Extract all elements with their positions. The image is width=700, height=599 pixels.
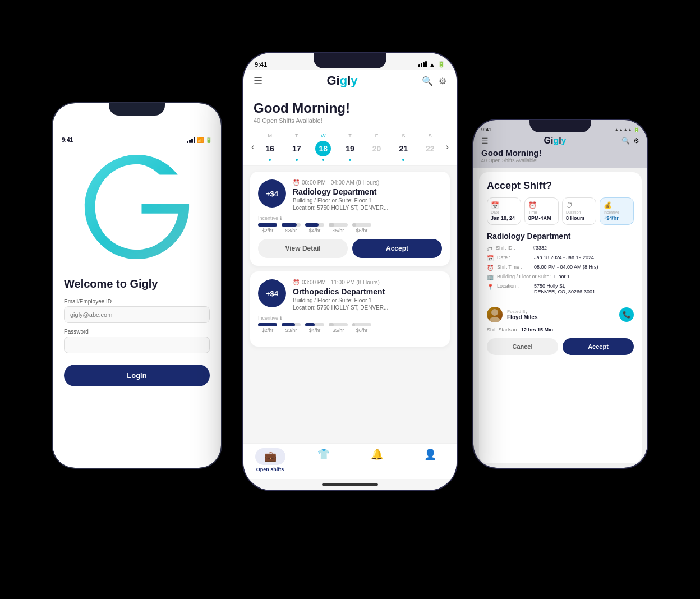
shift-badge-1: +$4 [258, 179, 286, 208]
info-card-time: ⏰ Time 8PM-4AM [524, 197, 559, 225]
nav-open-shifts[interactable]: 💼 Open shifts [243, 448, 297, 472]
cal-day-thu[interactable]: T 19 [342, 133, 358, 161]
app-header-mid: ☰ Gigly 🔍 ⚙ [243, 70, 457, 93]
posted-by-row: Posted By Floyd Miles 📞 [487, 302, 634, 322]
header-icons-mid: 🔍 ⚙ [422, 76, 446, 86]
login-title: Welcome to Gigly [64, 278, 210, 291]
search-icon-right[interactable]: 🔍 [621, 137, 630, 145]
gigly-logo-g [53, 145, 221, 269]
shift-dept-2: Orthopedics Department [293, 287, 442, 296]
status-bar-left: 9:41 📶 🔋 [53, 120, 221, 145]
battery-mid: 🔋 [438, 61, 445, 68]
greeting-section-mid: Good Morning! 40 Open Shifts Available! [243, 93, 457, 128]
home-indicator-mid [243, 479, 457, 490]
email-input[interactable] [64, 306, 210, 323]
detail-location: 📍 Location : 5750 Holly St,DENVER, CO, 8… [487, 283, 634, 294]
time-left: 9:41 [62, 137, 73, 143]
detail-date: 📅 Date : Jan 18 2024 - Jan 19 2024 [487, 255, 634, 261]
info-card-incentive: 💰 Incentive +$4/hr [600, 197, 634, 225]
accept-modal-buttons: Cancel Accept [487, 338, 634, 355]
shift-buttons-1: View Detail Accept [258, 239, 442, 258]
battery-right: 🔋 [634, 127, 639, 132]
shift-building-2: Building / Floor or Suite: Floor 1 [293, 297, 442, 303]
nav-notifications[interactable]: 🔔 [350, 448, 403, 472]
view-detail-button-1[interactable]: View Detail [258, 239, 348, 258]
svg-point-1 [489, 317, 500, 322]
accept-modal-title: Accept Shift? [487, 180, 634, 192]
svg-point-0 [491, 309, 498, 316]
cal-prev[interactable]: ‹ [249, 142, 256, 152]
battery-left: 🔋 [205, 137, 212, 143]
bottom-nav-mid: 💼 Open shifts 👕 🔔 👤 [243, 443, 457, 479]
shift-location-2: Location: 5750 HOLLY ST, DENVER... [293, 305, 442, 311]
cancel-modal-button[interactable]: Cancel [487, 338, 558, 355]
right-phone: 9:41 ▲▲▲▲ 🔋 ☰ Gigly 🔍 ⚙ [473, 120, 647, 468]
accept-info-cards: 📅 Date Jan 18, 24 ⏰ Time 8PM-4AM ⏱ Durat… [487, 197, 634, 225]
calendar-row: ‹ M 16 T 17 W [243, 128, 457, 166]
shift-starts: Shift Starts in : 12 hrs 15 Min [487, 327, 634, 333]
phone-call-icon[interactable]: 📞 [619, 307, 634, 322]
signal-mid [418, 61, 427, 67]
accept-modal-button[interactable]: Accept [563, 338, 634, 355]
password-field-group: Password ★ ★ ★ ★ ★ ★ ★ ★ ★ ★ [64, 329, 210, 353]
greeting-title-mid: Good Morning! [254, 100, 446, 116]
shift-dept-1: Radiology Department [293, 187, 442, 196]
notch-mid [314, 53, 386, 68]
shifts-list: +$4 ⏰ 08:00 PM - 04:00 AM (8 Hours) Radi… [243, 166, 457, 443]
filter-icon-right[interactable]: ⚙ [633, 137, 639, 145]
avatar [487, 307, 503, 322]
posted-info: Posted By Floyd Miles [507, 309, 615, 320]
wifi-left: 📶 [197, 137, 204, 143]
cal-day-fri[interactable]: F 20 [369, 133, 385, 161]
nav-schedule[interactable]: 👕 [297, 448, 350, 472]
notch-right [529, 120, 591, 132]
cal-day-sat[interactable]: S 21 [395, 133, 411, 161]
posted-label: Posted By [507, 309, 615, 314]
shift-location-1: Location: 5750 HOLLY ST, DENVER... [293, 205, 442, 211]
time-right: 9:41 [481, 127, 491, 132]
info-card-duration: ⏱ Duration 8 Hours [562, 197, 596, 225]
filter-icon-mid[interactable]: ⚙ [439, 76, 446, 86]
cal-next[interactable]: › [444, 142, 451, 152]
incentive-label-2: Incentive ℹ [258, 315, 442, 321]
notch-left [109, 103, 165, 116]
time-mid: 9:41 [255, 61, 267, 68]
shift-time-1: ⏰ 08:00 PM - 04:00 AM (8 Hours) [293, 179, 442, 186]
accept-button-1[interactable]: Accept [352, 239, 442, 258]
hamburger-icon[interactable]: ☰ [254, 75, 262, 87]
incentive-bar-2: $2/hr $3/hr $4/hr [258, 323, 442, 333]
cal-days: M 16 T 17 W 18 [256, 133, 443, 161]
detail-shift-time: ⏰ Shift Time : 08:00 PM - 04:00 AM (8 Hr… [487, 264, 634, 271]
cal-day-wed[interactable]: W 18 [315, 133, 331, 161]
cal-day-mon[interactable]: M 16 [262, 133, 278, 161]
incentive-bar-1: $2/hr $3/hr $4/hr [258, 223, 442, 233]
logo-area [53, 145, 221, 269]
shift-card-2: +$4 ⏰ 03:00 PM - 11:00 PM (8 Hours) Orth… [250, 271, 450, 347]
accept-modal: Accept Shift? 📅 Date Jan 18, 24 ⏰ Time 8… [479, 172, 642, 463]
status-icons-mid: ▲ 🔋 [418, 61, 445, 68]
info-card-date: 📅 Date Jan 18, 24 [487, 197, 521, 225]
cal-day-sun[interactable]: S 22 [422, 133, 438, 161]
nav-profile[interactable]: 👤 [403, 448, 457, 472]
search-icon-mid[interactable]: 🔍 [422, 76, 433, 86]
middle-phone: 9:41 ▲ 🔋 ☰ [243, 53, 457, 490]
email-label: Email/Employee ID [64, 298, 210, 305]
greeting-subtitle-mid: 40 Open Shifts Available! [254, 117, 446, 124]
greeting-right: Good Morning! [481, 148, 639, 158]
posted-name: Floyd Miles [507, 314, 615, 320]
email-field-group: Email/Employee ID [64, 298, 210, 323]
shift-building-1: Building / Floor or Suite: Floor 1 [293, 197, 442, 204]
login-button[interactable]: Login [64, 365, 210, 386]
hamburger-right[interactable]: ☰ [481, 136, 489, 145]
incentive-label-1: Incentive ℹ [258, 215, 442, 221]
shift-card-1: +$4 ⏰ 08:00 PM - 04:00 AM (8 Hours) Radi… [250, 172, 450, 266]
signal-right: ▲▲▲▲ [614, 127, 632, 132]
password-input[interactable]: ★ ★ ★ ★ ★ ★ ★ ★ ★ ★ [64, 337, 210, 353]
cal-day-tue[interactable]: T 17 [289, 133, 305, 161]
shift-badge-2: +$4 [258, 279, 286, 307]
signal-left [187, 137, 195, 143]
left-phone: 9:41 📶 🔋 [53, 103, 221, 468]
subtitle-right: 40 Open Shifts Available! [481, 158, 639, 163]
dept-title-right: Radiology Department [487, 232, 634, 241]
detail-building: 🏢 Building / Floor or Suite: Floor 1 [487, 274, 634, 280]
